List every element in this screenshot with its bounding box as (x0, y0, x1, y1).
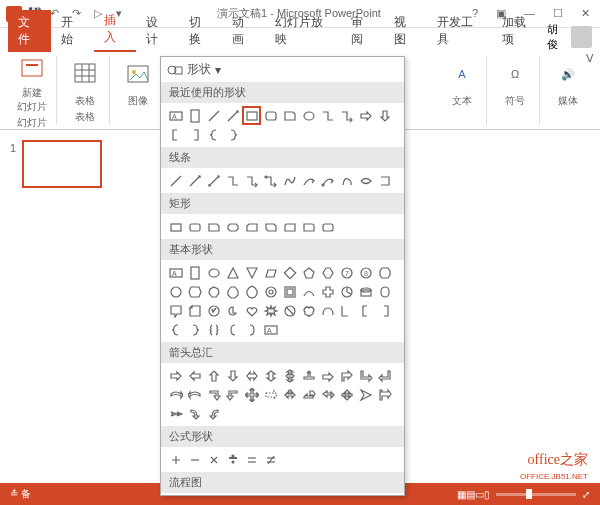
shape-item[interactable] (204, 282, 223, 301)
media-button[interactable]: 🔊 (550, 56, 586, 92)
shape-item[interactable] (242, 450, 261, 469)
shape-item[interactable] (375, 171, 394, 190)
shape-item[interactable] (242, 282, 261, 301)
shape-item[interactable] (337, 366, 356, 385)
tab-animations[interactable]: 动画 (222, 10, 265, 52)
shape-item[interactable] (337, 282, 356, 301)
shape-item[interactable] (375, 301, 394, 320)
shape-item[interactable] (261, 366, 280, 385)
view-normal-icon[interactable]: ▦ (457, 489, 466, 500)
shape-item[interactable] (166, 450, 185, 469)
shape-item[interactable] (356, 171, 375, 190)
shape-item[interactable] (204, 450, 223, 469)
shape-item[interactable] (375, 282, 394, 301)
shape-item[interactable] (261, 263, 280, 282)
shape-item[interactable] (185, 320, 204, 339)
new-slide-button[interactable] (14, 56, 50, 84)
shape-item[interactable] (299, 217, 318, 236)
shape-item[interactable] (337, 171, 356, 190)
shape-item[interactable] (185, 263, 204, 282)
shape-item[interactable] (223, 263, 242, 282)
shape-item[interactable] (280, 282, 299, 301)
shape-item[interactable] (166, 282, 185, 301)
shape-item[interactable] (204, 171, 223, 190)
shape-block-arrow-right[interactable] (356, 106, 375, 125)
shape-snip-rect[interactable] (280, 106, 299, 125)
shape-item[interactable] (375, 263, 394, 282)
user-account[interactable]: 胡俊 (547, 22, 601, 52)
shape-item[interactable] (356, 385, 375, 404)
zoom-thumb[interactable] (526, 489, 532, 499)
shape-item[interactable] (242, 385, 261, 404)
shape-item[interactable] (204, 404, 223, 423)
shape-item[interactable] (299, 301, 318, 320)
shape-rounded-rect[interactable] (261, 106, 280, 125)
shape-item[interactable] (356, 366, 375, 385)
close-icon[interactable]: ✕ (577, 7, 594, 20)
tab-home[interactable]: 开始 (51, 10, 94, 52)
shape-item[interactable] (242, 217, 261, 236)
tab-slideshow[interactable]: 幻灯片放映 (265, 10, 342, 52)
image-button[interactable] (120, 56, 156, 92)
shape-item[interactable] (280, 385, 299, 404)
shape-item[interactable] (185, 301, 204, 320)
shape-item[interactable] (242, 366, 261, 385)
text-button[interactable]: A (444, 56, 480, 92)
shape-item[interactable] (318, 385, 337, 404)
symbol-button[interactable]: Ω (497, 56, 533, 92)
shape-item[interactable] (204, 366, 223, 385)
shape-rectangle[interactable] (242, 106, 261, 125)
shape-item[interactable] (185, 366, 204, 385)
notes-indicator[interactable]: ≛ 备 (10, 487, 31, 501)
shape-item[interactable]: A (261, 320, 280, 339)
shape-oval[interactable] (299, 106, 318, 125)
shape-item[interactable] (337, 385, 356, 404)
tab-addins[interactable]: 加载项 (492, 10, 546, 52)
shape-item[interactable] (280, 263, 299, 282)
shape-connector-elbow[interactable] (318, 106, 337, 125)
tab-transitions[interactable]: 切换 (179, 10, 222, 52)
fit-to-window-icon[interactable]: ⤢ (582, 489, 590, 500)
shape-item[interactable] (242, 301, 261, 320)
shape-item[interactable] (261, 450, 280, 469)
shape-vert-textbox[interactable] (185, 106, 204, 125)
shape-line[interactable] (204, 106, 223, 125)
shape-textbox[interactable]: A (166, 106, 185, 125)
shape-item[interactable] (337, 301, 356, 320)
shape-item[interactable]: 7 (337, 263, 356, 282)
shape-item[interactable] (223, 320, 242, 339)
shape-item[interactable] (356, 282, 375, 301)
shape-item[interactable] (185, 385, 204, 404)
shape-item[interactable] (318, 282, 337, 301)
shape-item[interactable] (356, 301, 375, 320)
tab-view[interactable]: 视图 (384, 10, 427, 52)
shape-item[interactable] (204, 217, 223, 236)
shape-item[interactable] (242, 320, 261, 339)
shape-item[interactable] (242, 263, 261, 282)
shape-block-arrow-down[interactable] (375, 106, 394, 125)
shape-item[interactable] (166, 320, 185, 339)
shape-item[interactable] (261, 385, 280, 404)
view-sorter-icon[interactable]: ▤ (466, 489, 475, 500)
shape-lbrace[interactable] (204, 125, 223, 144)
shape-rbracket[interactable] (185, 125, 204, 144)
shape-item[interactable] (318, 171, 337, 190)
shape-item[interactable] (261, 282, 280, 301)
shape-arrow-line[interactable] (223, 106, 242, 125)
maximize-icon[interactable]: ☐ (549, 7, 567, 20)
view-slideshow-icon[interactable]: ▯ (484, 489, 490, 500)
shape-item[interactable] (280, 301, 299, 320)
shape-item[interactable] (166, 217, 185, 236)
shape-item[interactable] (185, 404, 204, 423)
shape-item[interactable] (204, 263, 223, 282)
shape-item[interactable] (223, 450, 242, 469)
shape-item[interactable] (261, 301, 280, 320)
shape-item[interactable] (185, 171, 204, 190)
tab-file[interactable]: 文件 (8, 10, 51, 52)
shape-item[interactable] (223, 217, 242, 236)
collapse-ribbon-icon[interactable]: ᐯ (586, 52, 594, 65)
shape-item[interactable] (185, 217, 204, 236)
shape-item[interactable] (223, 282, 242, 301)
shape-item[interactable] (166, 301, 185, 320)
shape-item[interactable] (166, 366, 185, 385)
